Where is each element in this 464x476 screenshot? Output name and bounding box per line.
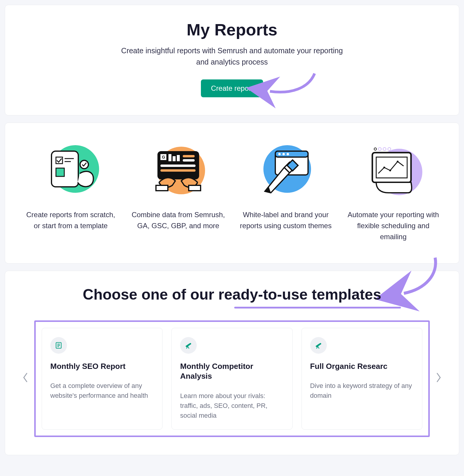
svg-line-45: [318, 346, 319, 349]
template-title: Monthly SEO Report: [50, 361, 154, 372]
templates-heading: Choose one of our ready-to-use templates: [20, 286, 444, 303]
template-card-organic-research[interactable]: Full Organic Researc Dive into a keyword…: [301, 328, 422, 430]
page-title: My Reports: [23, 20, 441, 39]
svg-point-32: [397, 161, 399, 162]
monitor-chart-illustration-icon: [362, 141, 424, 197]
template-title: Monthly Competitor Analysis: [180, 361, 284, 382]
templates-card: Choose one of our ready-to-use templates…: [5, 271, 459, 455]
create-report-button[interactable]: Create report: [201, 79, 263, 97]
template-desc: Learn more about your rivals: traffic, a…: [180, 391, 284, 420]
features-card: Create reports from scratch, or start fr…: [5, 123, 459, 264]
svg-rect-29: [376, 157, 407, 178]
template-card-competitor-analysis[interactable]: Monthly Competitor Analysis Learn more a…: [171, 328, 292, 430]
svg-point-6: [80, 160, 88, 169]
carousel-next-button[interactable]: [433, 370, 444, 388]
template-card-monthly-seo[interactable]: Monthly SEO Report Get a complete overvi…: [42, 328, 163, 430]
svg-rect-15: [183, 159, 195, 162]
svg-rect-13: [177, 155, 180, 161]
svg-rect-17: [160, 169, 196, 172]
tablet-data-illustration-icon: G: [147, 141, 210, 197]
page-subtitle: Create insightful reports with Semrush a…: [116, 45, 348, 68]
svg-point-43: [190, 343, 191, 344]
feature-text: Combine data from Semrush, GA, GSC, GBP,…: [130, 209, 226, 231]
templates-carousel: Monthly SEO Report Get a complete overvi…: [20, 320, 444, 437]
telescope-icon: [310, 337, 327, 354]
feature-combine-data: G Combine data from Semrush, GA, GSC, GB…: [130, 141, 226, 242]
feature-text: Automate your reporting with flexible sc…: [346, 209, 441, 242]
feature-text: Create reports from scratch, or start fr…: [23, 209, 118, 231]
telescope-icon: [180, 337, 197, 354]
feature-white-label: White-label and brand your reports using…: [238, 141, 334, 242]
svg-point-36: [388, 148, 391, 151]
hero-card: My Reports Create insightful reports wit…: [5, 5, 459, 115]
annotation-underline: [234, 307, 401, 309]
svg-rect-19: [189, 185, 201, 191]
svg-point-35: [383, 148, 386, 151]
carousel-prev-button[interactable]: [20, 370, 31, 388]
svg-point-24: [282, 153, 285, 155]
template-title: Full Organic Researc: [310, 361, 414, 372]
feature-automate: Automate your reporting with flexible sc…: [346, 141, 441, 242]
template-desc: Dive into a keyword strategy of any doma…: [310, 381, 414, 400]
svg-point-25: [287, 153, 289, 155]
svg-rect-12: [173, 156, 176, 161]
svg-rect-18: [156, 185, 168, 191]
svg-point-34: [378, 148, 381, 151]
chevron-right-icon: [436, 372, 442, 385]
svg-rect-14: [183, 155, 195, 157]
feature-text: White-label and brand your reports using…: [238, 209, 334, 231]
svg-rect-11: [168, 154, 171, 161]
checklist-illustration-icon: [40, 141, 102, 197]
feature-create-from-scratch: Create reports from scratch, or start fr…: [23, 141, 118, 242]
svg-rect-16: [160, 165, 196, 167]
svg-point-23: [278, 153, 281, 155]
chevron-left-icon: [22, 372, 28, 385]
pencil-window-illustration-icon: [254, 141, 317, 197]
svg-point-33: [374, 148, 376, 150]
template-desc: Get a complete overview of any website's…: [50, 381, 154, 400]
svg-line-42: [188, 346, 189, 349]
svg-point-46: [319, 343, 321, 344]
svg-text:G: G: [162, 155, 165, 159]
svg-rect-5: [56, 168, 64, 176]
svg-point-30: [383, 167, 385, 168]
template-grid-highlight: Monthly SEO Report Get a complete overvi…: [34, 320, 430, 437]
annotation-arrow-icon: [264, 71, 318, 100]
svg-point-31: [389, 170, 391, 171]
document-icon: [50, 337, 67, 354]
